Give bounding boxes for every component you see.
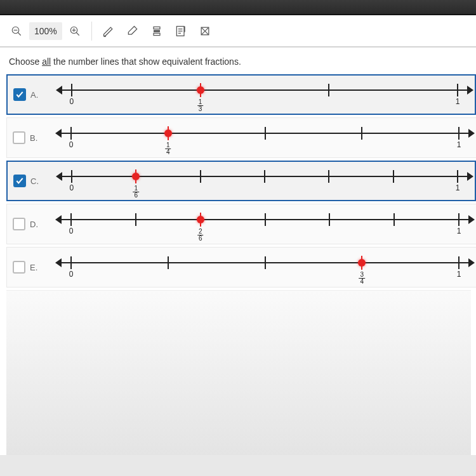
question-text-prefix: Choose <box>9 56 42 67</box>
label-zero: 0 <box>69 270 74 279</box>
tick-mark <box>458 256 459 269</box>
label-zero: 0 <box>70 97 74 106</box>
tick-mark <box>71 170 72 183</box>
tick-mark <box>200 170 201 183</box>
pen-tool-button[interactable] <box>97 20 120 43</box>
svg-rect-8 <box>154 27 160 29</box>
tick-mark <box>265 256 266 269</box>
option-row-e[interactable]: E.0134 <box>6 247 476 288</box>
tick-mark <box>458 127 459 140</box>
fraction-label: 13 <box>197 97 204 112</box>
fraction-label: 16 <box>133 183 139 199</box>
label-one: 1 <box>456 97 460 106</box>
tick-mark <box>70 256 72 269</box>
checkbox-cell <box>8 175 29 187</box>
notes-tool-button[interactable] <box>169 20 192 43</box>
tick-mark <box>457 170 458 183</box>
fraction-denominator: 3 <box>197 106 204 112</box>
tick-mark <box>265 127 266 140</box>
tick-mark <box>329 213 330 226</box>
option-row-c[interactable]: C.0116 <box>6 161 476 201</box>
fraction-point <box>197 216 204 223</box>
tick-mark <box>70 127 72 140</box>
highlighter-tool-button[interactable] <box>145 20 168 43</box>
label-one: 1 <box>457 227 461 235</box>
empty-workspace <box>6 290 471 455</box>
tick-mark <box>135 213 136 226</box>
option-letter: B. <box>29 133 44 143</box>
tick-mark <box>458 213 459 226</box>
number-line: 0134 <box>44 248 476 287</box>
option-row-d[interactable]: D.0126 <box>6 204 476 244</box>
label-one: 1 <box>457 270 461 279</box>
tick-mark <box>265 213 266 226</box>
question-text-emphasis: all <box>42 56 51 67</box>
option-checkbox[interactable] <box>13 218 25 230</box>
fraction-denominator: 4 <box>359 279 365 285</box>
number-line: 0126 <box>44 204 476 244</box>
option-row-a[interactable]: A.0113 <box>6 74 476 115</box>
fraction-point <box>197 86 204 94</box>
toolbar: 100% <box>0 15 476 47</box>
zoom-in-button[interactable] <box>63 20 86 43</box>
zoom-level-label: 100% <box>29 22 62 40</box>
fraction-label: 26 <box>197 227 204 242</box>
option-letter: C. <box>29 176 44 186</box>
tick-mark <box>71 84 72 96</box>
label-zero: 0 <box>69 140 74 149</box>
device-bezel <box>0 0 476 15</box>
eraser-tool-button[interactable] <box>121 20 144 43</box>
svg-rect-9 <box>154 30 160 32</box>
option-checkbox[interactable] <box>13 131 25 144</box>
svg-line-1 <box>18 32 21 36</box>
label-zero: 0 <box>69 227 74 235</box>
checkbox-cell <box>7 218 29 230</box>
tick-mark <box>457 84 458 96</box>
question-text-suffix: the number lines that show equivalent fr… <box>51 56 241 67</box>
tick-mark <box>168 256 169 269</box>
option-letter: A. <box>29 90 44 100</box>
fraction-denominator: 6 <box>197 235 204 242</box>
svg-line-4 <box>76 32 79 36</box>
tick-mark <box>393 170 394 183</box>
toolbar-divider <box>91 22 92 41</box>
fraction-point <box>132 173 140 180</box>
svg-rect-10 <box>154 33 160 35</box>
question-prompt: Choose all the number lines that show eq… <box>6 54 476 74</box>
fraction-denominator: 6 <box>133 192 139 199</box>
option-letter: D. <box>29 220 44 229</box>
label-one: 1 <box>457 140 461 149</box>
number-line: 0114 <box>44 118 476 157</box>
option-checkbox[interactable] <box>13 261 25 274</box>
label-zero: 0 <box>70 183 74 192</box>
fraction-point <box>358 259 366 267</box>
tick-mark <box>393 213 395 226</box>
checkbox-cell <box>7 261 29 274</box>
fraction-point <box>164 129 172 137</box>
option-letter: E. <box>29 263 44 272</box>
fraction-denominator: 4 <box>165 149 171 155</box>
checkbox-cell <box>7 131 29 144</box>
fraction-label: 34 <box>359 270 365 285</box>
tick-mark <box>328 170 329 183</box>
checkbox-cell <box>8 88 29 101</box>
fraction-label: 14 <box>165 140 171 155</box>
tick-mark <box>70 213 72 226</box>
option-checkbox[interactable] <box>13 88 26 101</box>
tick-mark <box>328 84 329 96</box>
question-content: Choose all the number lines that show eq… <box>0 47 476 455</box>
label-one: 1 <box>456 183 460 192</box>
option-checkbox[interactable] <box>13 175 26 187</box>
tick-mark <box>264 170 265 183</box>
option-row-b[interactable]: B.0114 <box>6 117 476 158</box>
number-line: 0116 <box>44 162 475 200</box>
number-line: 0113 <box>44 76 475 114</box>
clear-tool-button[interactable] <box>194 20 216 43</box>
tick-mark <box>361 127 362 140</box>
zoom-out-button[interactable] <box>5 20 28 43</box>
